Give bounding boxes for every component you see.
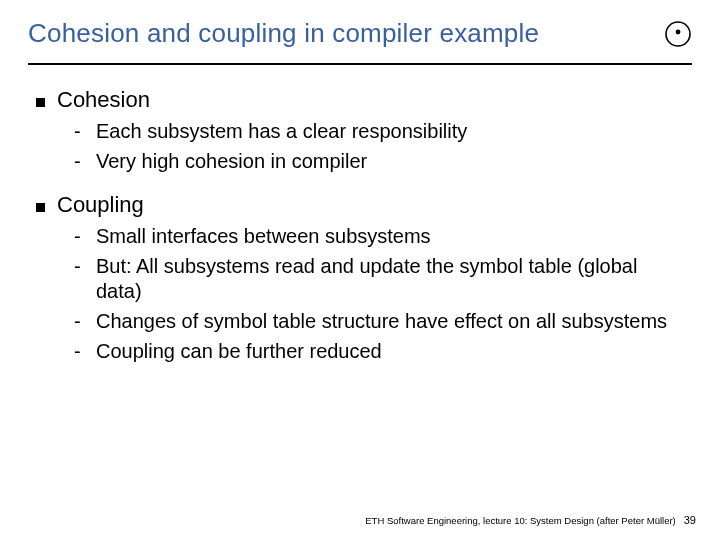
list-item: - Each subsystem has a clear responsibil… xyxy=(74,119,692,145)
list-item: - Very high cohesion in compiler xyxy=(74,149,692,175)
dash-icon: - xyxy=(74,340,86,363)
page-number: 39 xyxy=(684,514,696,526)
dash-icon: - xyxy=(74,120,86,143)
sub-text: Very high cohesion in compiler xyxy=(96,149,367,175)
dash-icon: - xyxy=(74,255,86,278)
sub-text: But: All subsystems read and update the … xyxy=(96,254,686,305)
slide-title: Cohesion and coupling in compiler exampl… xyxy=(28,18,539,49)
sub-list-cohesion: - Each subsystem has a clear responsibil… xyxy=(74,119,692,174)
list-item: - But: All subsystems read and update th… xyxy=(74,254,692,305)
bullet-label: Cohesion xyxy=(57,87,150,113)
bullet-label: Coupling xyxy=(57,192,144,218)
bullet-cohesion: Cohesion xyxy=(36,87,692,113)
slide: Cohesion and coupling in compiler exampl… xyxy=(0,0,720,540)
list-item: - Changes of symbol table structure have… xyxy=(74,309,692,335)
svg-point-1 xyxy=(676,30,681,35)
footer: ETH Software Engineering, lecture 10: Sy… xyxy=(365,514,696,526)
sub-text: Small interfaces between subsystems xyxy=(96,224,431,250)
dash-icon: - xyxy=(74,310,86,333)
list-item: - Coupling can be further reduced xyxy=(74,339,692,365)
sub-text: Changes of symbol table structure have e… xyxy=(96,309,667,335)
header-rule xyxy=(28,63,692,65)
bullet-icon xyxy=(36,203,45,212)
eth-logo-icon xyxy=(664,20,692,48)
header: Cohesion and coupling in compiler exampl… xyxy=(28,18,692,49)
sub-text: Coupling can be further reduced xyxy=(96,339,382,365)
sub-list-coupling: - Small interfaces between subsystems - … xyxy=(74,224,692,364)
dash-icon: - xyxy=(74,225,86,248)
content: Cohesion - Each subsystem has a clear re… xyxy=(28,87,692,364)
dash-icon: - xyxy=(74,150,86,173)
footer-text: ETH Software Engineering, lecture 10: Sy… xyxy=(365,515,675,526)
list-item: - Small interfaces between subsystems xyxy=(74,224,692,250)
bullet-coupling: Coupling xyxy=(36,192,692,218)
sub-text: Each subsystem has a clear responsibilit… xyxy=(96,119,467,145)
bullet-icon xyxy=(36,98,45,107)
